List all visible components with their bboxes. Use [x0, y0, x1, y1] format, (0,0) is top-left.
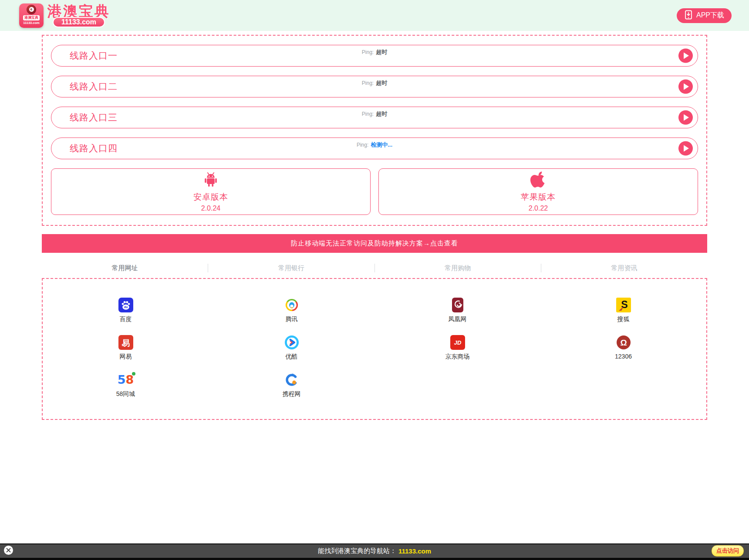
site-logo: 6 港澳宝典 11133.com 港澳宝典 11133.com [19, 3, 110, 28]
quick-link-label: 京东商场 [445, 353, 470, 361]
quick-link-12306[interactable]: Ω 12306 [540, 335, 706, 362]
chevron-right-icon[interactable] [678, 80, 693, 94]
ios-card-label: 苹果版本 [521, 191, 556, 203]
footer-text: 能找到港澳宝典的导航站： [318, 547, 396, 555]
quick-link-ifeng[interactable]: 凤凰网 [374, 297, 540, 325]
logo-brand-small: 港澳宝典 [23, 15, 40, 20]
brand-domain-pill: 11133.com [53, 17, 105, 27]
quick-link-label: 凤凰网 [449, 315, 467, 323]
chevron-right-icon[interactable] [678, 49, 693, 63]
download-cards: 安卓版本 2.0.24 苹果版本 2.0.22 [51, 168, 698, 215]
sohu-icon: S [616, 297, 631, 313]
ping-status: Ping:超时 [362, 48, 387, 56]
quick-link-baidu[interactable]: du 百度 [43, 297, 209, 325]
brand-title: 港澳宝典 [47, 4, 110, 18]
jd-icon: JD [450, 335, 466, 350]
railway-12306-icon: Ω [616, 335, 631, 350]
netease-icon: 易 [118, 335, 134, 350]
ios-download-card[interactable]: 苹果版本 2.0.22 [378, 168, 698, 215]
android-download-card[interactable]: 安卓版本 2.0.24 [51, 168, 371, 215]
youku-icon [284, 335, 300, 350]
quick-link-label: 百度 [120, 315, 132, 323]
quick-link-label: 网易 [120, 353, 132, 361]
header: 6 港澳宝典 11133.com 港澳宝典 11133.com APP下载 [0, 0, 749, 31]
ifeng-icon [450, 297, 466, 313]
line-entries-panel: 线路入口一 Ping:超时 线路入口二 Ping:超时 线路入口三 Ping:超… [42, 35, 707, 226]
line-entry-2[interactable]: 线路入口二 Ping:超时 [51, 76, 698, 97]
quick-link-sohu[interactable]: S 搜狐 [540, 297, 706, 325]
tab-common-sites[interactable]: 常用网址 [42, 264, 208, 272]
ctrip-dolphin-icon [284, 372, 300, 388]
quick-link-label: 搜狐 [617, 315, 630, 323]
line-entry-label: 线路入口四 [70, 142, 118, 154]
tab-common-shopping[interactable]: 常用购物 [375, 264, 541, 272]
tab-common-banks[interactable]: 常用银行 [208, 264, 374, 272]
city58-icon: 58 [118, 372, 134, 388]
app-download-button[interactable]: APP下载 [677, 8, 732, 23]
footer: 能找到港澳宝典的导航站： 11133.com 点击访问 [0, 543, 749, 560]
svg-text:du: du [124, 305, 128, 309]
ping-status: Ping:超时 [362, 110, 387, 118]
logo-domain-small: 11133.com [23, 21, 40, 25]
ping-value: 超时 [376, 79, 387, 87]
apple-icon [530, 171, 547, 190]
ping-value: 超时 [376, 48, 387, 56]
android-icon [202, 171, 219, 190]
visit-button[interactable]: 点击访问 [712, 545, 744, 557]
quick-link-tabs: 常用网址 常用银行 常用购物 常用资讯 [42, 261, 707, 275]
quick-link-label: 携程网 [283, 390, 301, 398]
footer-bar: 能找到港澳宝典的导航站： 11133.com [0, 544, 749, 558]
ping-status: Ping:超时 [362, 79, 387, 87]
ping-value: 超时 [376, 110, 387, 118]
line-entry-4[interactable]: 线路入口四 Ping:检测中... [51, 137, 698, 159]
android-card-label: 安卓版本 [193, 191, 228, 203]
line-entry-3[interactable]: 线路入口三 Ping:超时 [51, 107, 698, 128]
quick-link-label: 腾讯 [286, 315, 298, 323]
quick-link-ctrip[interactable]: 携程网 [209, 372, 374, 400]
logo-text: 港澳宝典 11133.com [47, 4, 110, 27]
android-card-version: 2.0.24 [201, 205, 220, 212]
chevron-right-icon[interactable] [678, 141, 693, 156]
quick-link-youku[interactable]: 优酷 [209, 335, 374, 362]
ios-card-version: 2.0.22 [529, 205, 548, 212]
tab-common-news[interactable]: 常用资讯 [541, 264, 707, 272]
line-entry-label: 线路入口一 [70, 50, 118, 62]
chevron-right-icon[interactable] [678, 111, 693, 125]
baidu-icon: du [118, 297, 134, 313]
close-icon[interactable] [4, 546, 13, 555]
line-entry-label: 线路入口三 [70, 111, 118, 124]
svg-text:易: 易 [121, 339, 130, 348]
green-dot [132, 372, 135, 376]
app-download-label: APP下载 [696, 11, 724, 20]
quick-links-grid: du 百度 腾讯 凤凰网 [42, 278, 707, 420]
line-entry-1[interactable]: 线路入口一 Ping:超时 [51, 45, 698, 67]
logo-square-icon: 6 港澳宝典 11133.com [19, 3, 44, 28]
quick-link-tencent[interactable]: 腾讯 [209, 297, 374, 325]
quick-link-label: 优酷 [286, 353, 298, 361]
quick-link-jd[interactable]: JD 京东商场 [374, 335, 540, 362]
ping-value: 检测中... [371, 141, 392, 149]
quick-link-netease[interactable]: 易 网易 [43, 335, 209, 362]
anti-hijack-notice-banner[interactable]: 防止移动端无法正常访问及防劫持解决方案→点击查看 [42, 234, 707, 253]
quick-link-58[interactable]: 58 58同城 [43, 372, 209, 400]
svg-text:JD: JD [454, 339, 461, 346]
tencent-icon [284, 297, 300, 313]
lottery-ball-icon: 6 [27, 5, 36, 14]
phone-download-icon [684, 10, 693, 21]
quick-link-label: 12306 [615, 353, 632, 360]
line-entry-label: 线路入口二 [70, 80, 118, 93]
svg-text:Ω: Ω [620, 338, 627, 347]
ping-status: Ping:检测中... [357, 141, 392, 149]
quick-link-label: 58同城 [116, 390, 135, 398]
footer-domain: 11133.com [398, 547, 431, 555]
